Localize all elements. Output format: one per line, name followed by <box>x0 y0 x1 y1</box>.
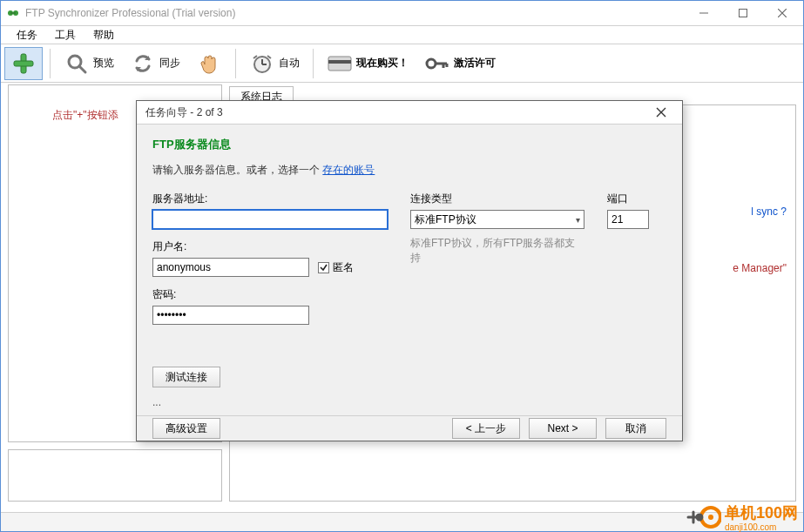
user-row: 匿名 <box>152 258 388 277</box>
watermark-text: 单机100网 danji100.com <box>725 502 798 531</box>
add-task-button[interactable] <box>4 47 43 80</box>
svg-point-11 <box>708 515 713 520</box>
auto-button[interactable]: 自动 <box>243 47 306 80</box>
dialog-footer: 高级设置 < 上一步 Next > 取消 <box>137 415 682 441</box>
dialog-body: FTP服务器信息 请输入服务器信息。或者，选择一个 存在的账号 服务器地址: 用… <box>137 125 682 415</box>
hand-icon <box>196 51 222 77</box>
advanced-settings-button[interactable]: 高级设置 <box>152 418 220 439</box>
svg-rect-8 <box>328 60 351 64</box>
password-label: 密码: <box>152 287 388 302</box>
bg-text-b: e Manager" <box>733 262 787 274</box>
preview-button[interactable]: 预览 <box>57 47 120 80</box>
dialog-desc-text: 请输入服务器信息。或者，选择一个 <box>152 164 322 176</box>
credit-card-icon <box>327 51 353 77</box>
watermark: 单机100网 danji100.com <box>686 502 798 531</box>
password-input[interactable] <box>152 306 309 325</box>
dialog-close-button[interactable] <box>644 101 679 124</box>
anonymous-checkbox[interactable]: 匿名 <box>318 260 354 275</box>
left-sub-panel <box>8 449 222 502</box>
clock-icon <box>249 51 275 77</box>
col-connection-type: 连接类型 标准FTP协议 ▾ 标准FTP协议，所有FTP服务器都支持 <box>410 192 584 408</box>
app-icon <box>6 6 20 20</box>
statusbar <box>1 512 803 531</box>
user-label: 用户名: <box>152 239 388 254</box>
cancel-button[interactable]: 取消 <box>605 418 666 439</box>
svg-rect-4 <box>14 61 33 66</box>
hand-button[interactable] <box>190 47 228 80</box>
port-label: 端口 <box>607 192 659 206</box>
menu-tools[interactable]: 工具 <box>46 26 84 44</box>
watermark-url: danji100.com <box>725 523 798 531</box>
menu-tasks[interactable]: 任务 <box>8 26 46 44</box>
main-window: FTP Synchronizer Professional (Trial ver… <box>0 0 804 532</box>
maximize-button[interactable] <box>723 1 762 25</box>
col-server: 服务器地址: 用户名: 匿名 密码: <box>152 192 388 408</box>
test-connection-button[interactable]: 测试连接 <box>152 367 220 387</box>
menubar: 任务 工具 帮助 <box>1 25 803 44</box>
key-icon <box>424 51 450 77</box>
svg-rect-2 <box>739 10 747 17</box>
col-port: 端口 <box>607 192 659 408</box>
activate-button[interactable]: 激活许可 <box>418 47 502 80</box>
titlebar: FTP Synchronizer Professional (Trial ver… <box>1 1 803 25</box>
close-button[interactable] <box>762 1 801 25</box>
watermark-logo-icon <box>686 504 721 530</box>
anonymous-label: 匿名 <box>333 260 354 275</box>
menu-help[interactable]: 帮助 <box>84 26 123 44</box>
server-input[interactable] <box>152 210 388 229</box>
next-button[interactable]: Next > <box>529 418 597 439</box>
toolbar-separator <box>235 49 236 78</box>
watermark-brand: 单机100网 <box>725 504 798 522</box>
server-label: 服务器地址: <box>152 192 388 206</box>
dialog-description: 请输入服务器信息。或者，选择一个 存在的账号 <box>152 163 666 178</box>
conn-type-value: 标准FTP协议 <box>415 212 476 227</box>
dialog-title: 任务向导 - 2 of 3 <box>145 105 644 120</box>
back-button[interactable]: < 上一步 <box>452 418 520 439</box>
buy-label: 现在购买！ <box>356 56 409 71</box>
task-wizard-dialog: 任务向导 - 2 of 3 FTP服务器信息 请输入服务器信息。或者，选择一个 … <box>136 100 683 441</box>
sync-icon <box>130 51 156 77</box>
sync-button[interactable]: 同步 <box>124 47 186 80</box>
toolbar-separator <box>313 49 314 78</box>
user-input[interactable] <box>152 258 309 277</box>
toolbar-separator <box>50 49 51 78</box>
bg-text-a: l sync ? <box>751 205 787 218</box>
conn-type-label: 连接类型 <box>410 192 584 206</box>
dialog-titlebar: 任务向导 - 2 of 3 <box>137 101 682 125</box>
chevron-down-icon: ▾ <box>576 215 580 225</box>
status-text: ... <box>152 396 388 408</box>
conn-type-help: 标准FTP协议，所有FTP服务器都支持 <box>410 236 584 266</box>
window-title: FTP Synchronizer Professional (Trial ver… <box>25 7 684 19</box>
activate-label: 激活许可 <box>454 56 496 71</box>
window-buttons <box>684 1 801 25</box>
minimize-button[interactable] <box>684 1 723 25</box>
port-input[interactable] <box>607 210 649 229</box>
auto-label: 自动 <box>279 56 300 71</box>
preview-label: 预览 <box>93 56 114 71</box>
checkbox-icon <box>318 262 329 273</box>
dialog-heading: FTP服务器信息 <box>152 137 666 152</box>
magnifier-icon <box>64 51 90 77</box>
toolbar: 预览 同步 <box>1 44 803 83</box>
conn-type-select[interactable]: 标准FTP协议 ▾ <box>410 210 584 229</box>
existing-account-link[interactable]: 存在的账号 <box>322 164 375 176</box>
buy-button[interactable]: 现在购买！ <box>321 47 415 80</box>
sync-label: 同步 <box>159 56 180 71</box>
svg-point-9 <box>427 59 436 68</box>
plus-icon <box>10 51 37 77</box>
form-columns: 服务器地址: 用户名: 匿名 密码: <box>152 192 666 408</box>
